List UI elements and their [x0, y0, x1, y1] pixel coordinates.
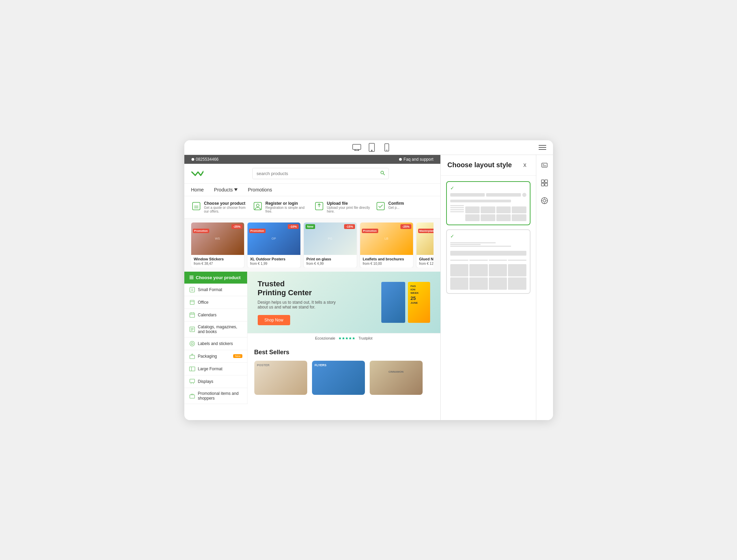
main-area: Trusted Printing Center Design helps us … [247, 272, 440, 404]
product-card-2[interactable]: PG -15% New Print on glass from € 4,99 [304, 222, 357, 268]
site-logo [191, 169, 203, 177]
tablet-device-icon[interactable] [367, 144, 377, 151]
layout-panel-close[interactable]: x [521, 161, 529, 169]
svg-rect-0 [353, 144, 361, 149]
svg-point-8 [192, 158, 194, 161]
steps-bar: Choose your product Get a quote or choos… [184, 196, 440, 218]
best-sellers-section: Best Sellers POSTER FLYERS CINNAMON [247, 343, 440, 400]
svg-rect-26 [190, 300, 194, 304]
search-input[interactable] [253, 169, 377, 178]
svg-rect-19 [377, 202, 384, 210]
step-confirm: Confirm Get p... [375, 201, 434, 213]
best-seller-card-flyer[interactable]: FLYERS [312, 361, 365, 395]
product-card-1[interactable]: OP -10% Promotion XL Outdoor Posters fro… [247, 222, 300, 268]
svg-rect-44 [190, 395, 195, 398]
svg-rect-28 [190, 313, 195, 317]
search-button[interactable] [377, 168, 388, 179]
best-sellers-title: Best Sellers [254, 349, 434, 356]
sidebar-header: Choose your product [184, 272, 247, 284]
step-choose-product: Choose your product Get a quote or choos… [191, 201, 249, 213]
site-search[interactable] [252, 168, 389, 179]
packaging-new-badge: New [233, 354, 242, 358]
sidebar-content: Choose your product Small Format Office … [184, 272, 440, 404]
svg-point-5 [371, 150, 372, 151]
sidebar-item-large-format[interactable]: Large Format [184, 363, 247, 375]
svg-rect-48 [541, 180, 544, 183]
product-card-3[interactable]: LB -25% Promotion Leaflets and brochures… [360, 222, 413, 268]
product-card-0[interactable]: WS -25% Promotion Window Stickers from €… [191, 222, 244, 268]
step-register: Register or login Registration is simple… [253, 201, 311, 213]
sidebar-left: Choose your product Small Format Office … [184, 272, 247, 404]
product-card-4[interactable]: GN -15% Masterplan Glued Notepads from €… [416, 222, 434, 268]
sidebar-item-catalogs[interactable]: Catalogs, magazines, and books [184, 321, 247, 338]
layout-panel: Choose layout style x ✓ [440, 155, 536, 420]
sidebar-item-calendars[interactable]: Calendars [184, 309, 247, 321]
desktop-device-icon[interactable] [352, 144, 362, 151]
shop-now-button[interactable]: Shop Now [258, 315, 290, 325]
sidebar-item-promotional[interactable]: Promotional items and shoppers [184, 388, 247, 404]
layout-panel-header: Choose layout style x [441, 155, 536, 176]
svg-rect-49 [545, 180, 548, 183]
svg-rect-50 [541, 183, 544, 186]
site-nav: Home Products Promotions [184, 184, 440, 196]
sidebar-item-labels[interactable]: Labels and stickers [184, 338, 247, 350]
settings-tool-icon[interactable] [538, 195, 551, 207]
svg-rect-41 [190, 379, 195, 383]
site-top-bar: 0825534466 Faq and support [184, 155, 440, 164]
svg-rect-20 [189, 276, 194, 276]
best-seller-card-poster[interactable]: POSTER [254, 361, 307, 395]
layout-option-1[interactable]: ✓ [446, 181, 530, 225]
side-tools [536, 155, 553, 420]
svg-point-53 [543, 199, 546, 202]
svg-rect-38 [190, 355, 195, 359]
promo-banner: Trusted Printing Center Design helps us … [247, 272, 440, 333]
svg-rect-39 [189, 367, 195, 371]
browser-top-bar [184, 140, 553, 155]
hamburger-menu[interactable] [539, 145, 546, 150]
products-carousel: WS -25% Promotion Window Stickers from €… [184, 218, 440, 272]
svg-rect-4 [369, 143, 374, 152]
phone-number: 0825534466 [191, 157, 219, 162]
site-header [184, 164, 440, 184]
layout-options-list: ✓ [441, 176, 536, 420]
layout-1-check: ✓ [450, 185, 526, 191]
svg-rect-51 [545, 183, 548, 186]
step-upload: Upload file Upload your print file direc… [314, 201, 372, 213]
svg-point-36 [190, 341, 195, 346]
svg-rect-45 [542, 163, 547, 167]
mobile-device-icon[interactable] [382, 144, 392, 151]
layers-tool-icon[interactable] [538, 159, 551, 171]
svg-point-9 [399, 158, 402, 161]
svg-line-11 [383, 173, 385, 175]
nav-home[interactable]: Home [191, 187, 204, 192]
nav-products[interactable]: Products [214, 187, 238, 192]
svg-marker-12 [234, 188, 238, 191]
website-preview: 0825534466 Faq and support [184, 155, 440, 420]
svg-point-17 [256, 204, 259, 207]
promo-image-1 [381, 282, 405, 323]
sidebar-item-packaging[interactable]: Packaging New [184, 350, 247, 363]
support-link: Faq and support [399, 157, 433, 162]
svg-rect-23 [190, 287, 195, 292]
svg-point-10 [381, 171, 383, 174]
svg-rect-21 [189, 277, 194, 278]
layout-option-2[interactable]: ✓ [446, 229, 530, 294]
components-tool-icon[interactable] [538, 177, 551, 189]
best-seller-card-cinnamon[interactable]: CINNAMON [370, 361, 423, 395]
svg-point-37 [191, 343, 193, 345]
trustpilot-bar: Eccezionale ★★★★★ Trustpilot [247, 333, 440, 343]
sidebar-item-office[interactable]: Office [184, 296, 247, 309]
promo-image-2: FASIONWEEK25JUNE [408, 282, 430, 323]
nav-promotions[interactable]: Promotions [248, 187, 272, 192]
svg-rect-22 [189, 278, 194, 279]
sidebar-item-displays[interactable]: Displays [184, 375, 247, 388]
sidebar-item-small-format[interactable]: Small Format [184, 284, 247, 296]
layout-2-check: ✓ [450, 233, 526, 239]
